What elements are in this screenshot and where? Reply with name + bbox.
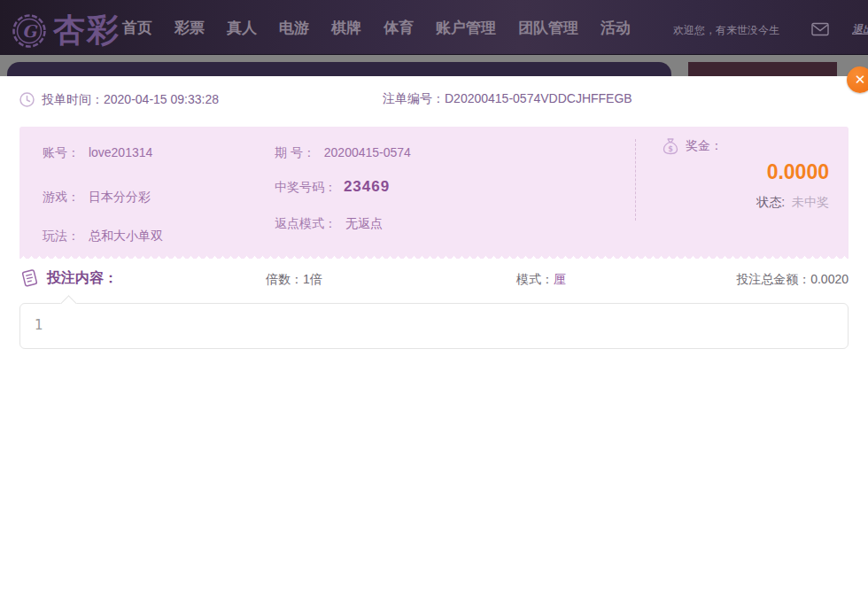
ticket-panel: 账号： love201314 游戏： 日本分分彩 玩法： 总和大小单双 期 号：… (19, 127, 849, 254)
bet-content-box: 1 (19, 303, 849, 349)
multiple-info: 倍数：1倍 (266, 272, 322, 288)
logo-emblem-icon: G (11, 12, 48, 50)
ticket-col-mid: 期 号： 20200415-0574 中奖号码： 23469 返点模式： 无返点 (275, 127, 635, 254)
menu-item-live[interactable]: 真人 (227, 18, 257, 38)
memo-icon (19, 268, 40, 288)
win-number-value: 23469 (344, 178, 390, 195)
logout-link[interactable]: 退出 (852, 22, 868, 37)
menu-item-team[interactable]: 团队管理 (518, 18, 578, 38)
menu-item-board[interactable]: 棋牌 (331, 18, 361, 38)
svg-text:G: G (22, 21, 38, 41)
menu-item-lottery[interactable]: 彩票 (174, 18, 205, 38)
game-row: 游戏： 日本分分彩 (43, 189, 275, 206)
background-panel-right (688, 62, 837, 76)
logo-text: 杏彩 (53, 9, 120, 52)
status-row: 状态: 未中奖 (661, 195, 829, 211)
page-backdrop (0, 55, 868, 76)
order-number: 注单编号：D20200415-0574VDDCJHFFEGB (383, 91, 632, 107)
bet-content-title: 投注内容： (19, 268, 849, 288)
issue-value: 20200415-0574 (324, 145, 411, 159)
background-panel-left (7, 62, 671, 76)
clock-icon (19, 92, 35, 107)
account-row: 账号： love201314 (43, 144, 275, 161)
main-menu: 首页 彩票 真人 电游 棋牌 体育 账户管理 团队管理 活动 (122, 0, 631, 55)
ticket-col-left: 账号： love201314 游戏： 日本分分彩 玩法： 总和大小单双 (19, 127, 275, 254)
game-value: 日本分分彩 (89, 190, 151, 204)
money-bag-icon: $ (661, 137, 680, 155)
prize-label: 奖金： (686, 138, 723, 154)
issue-row: 期 号： 20200415-0574 (275, 144, 635, 161)
bet-content-header: 投注内容： 倍数：1倍 模式：厘 投注总金额：0.0020 (19, 268, 849, 291)
rebate-row: 返点模式： 无返点 (275, 215, 635, 232)
play-row: 玩法： 总和大小单双 (43, 228, 275, 244)
rebate-value: 无返点 (345, 216, 383, 230)
mail-icon[interactable] (811, 22, 829, 36)
top-nav: G 杏彩 首页 彩票 真人 电游 棋牌 体育 账户管理 团队管理 活动 欢迎您，… (0, 0, 868, 55)
total-amount: 投注总金额：0.0020 (736, 272, 849, 288)
menu-item-account[interactable]: 账户管理 (436, 18, 496, 38)
account-value: love201314 (89, 145, 152, 159)
close-icon[interactable]: ✕ (847, 66, 868, 93)
bet-content-label: 投注内容： (47, 269, 118, 288)
status-badge: 未中奖 (792, 195, 829, 209)
menu-item-activity[interactable]: 活动 (601, 18, 631, 38)
prize-block: $ 奖金： 0.0000 状态: 未中奖 (636, 127, 849, 254)
prize-label-row: $ 奖金： (661, 137, 829, 155)
svg-text:$: $ (668, 145, 673, 153)
mode-info: 模式：厘 (516, 272, 566, 288)
play-value: 总和大小单双 (89, 229, 163, 243)
bet-numbers: 1 (35, 317, 43, 333)
bet-time: 投单时间：2020-04-15 09:33:28 (42, 92, 219, 108)
site-logo[interactable]: G 杏彩 (11, 9, 120, 52)
bet-detail-modal: ✕ 投单时间：2020-04-15 09:33:28 注单编号：D2020041… (0, 76, 868, 605)
modal-header: 投单时间：2020-04-15 09:33:28 注单编号：D20200415-… (0, 76, 868, 108)
menu-item-sports[interactable]: 体育 (384, 18, 414, 38)
mode-value: 厘 (554, 272, 566, 286)
menu-item-egames[interactable]: 电游 (279, 18, 309, 38)
win-number-row: 中奖号码： 23469 (275, 178, 635, 196)
menu-item-home[interactable]: 首页 (122, 18, 152, 38)
welcome-text: 欢迎您，有来世没今生 (673, 23, 779, 38)
prize-value: 0.0000 (661, 160, 829, 184)
